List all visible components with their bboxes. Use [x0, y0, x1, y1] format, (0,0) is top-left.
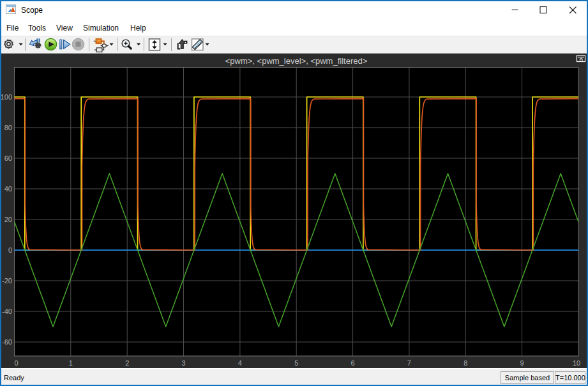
- svg-text:40: 40: [4, 185, 12, 193]
- svg-text:10: 10: [573, 359, 580, 367]
- svg-text:2: 2: [125, 359, 129, 367]
- svg-text:5: 5: [294, 359, 298, 367]
- svg-text:<pwm>, <pwm_level>, <pwm_filte: <pwm>, <pwm_level>, <pwm_filtered>: [225, 56, 368, 66]
- svg-text:8: 8: [464, 359, 467, 367]
- svg-text:80: 80: [4, 124, 12, 131]
- svg-text:9: 9: [520, 359, 524, 367]
- svg-text:100: 100: [1, 93, 12, 101]
- svg-text:0: 0: [8, 246, 12, 254]
- svg-text:-60: -60: [2, 338, 12, 346]
- svg-text:1: 1: [69, 359, 73, 367]
- svg-text:3: 3: [181, 359, 185, 367]
- svg-text:0: 0: [14, 359, 18, 367]
- svg-text:7: 7: [407, 359, 411, 367]
- svg-text:4: 4: [238, 359, 242, 367]
- svg-text:20: 20: [4, 216, 12, 223]
- svg-text:-40: -40: [2, 308, 12, 315]
- svg-text:60: 60: [4, 154, 12, 162]
- svg-text:-20: -20: [2, 277, 12, 285]
- svg-text:6: 6: [351, 359, 355, 367]
